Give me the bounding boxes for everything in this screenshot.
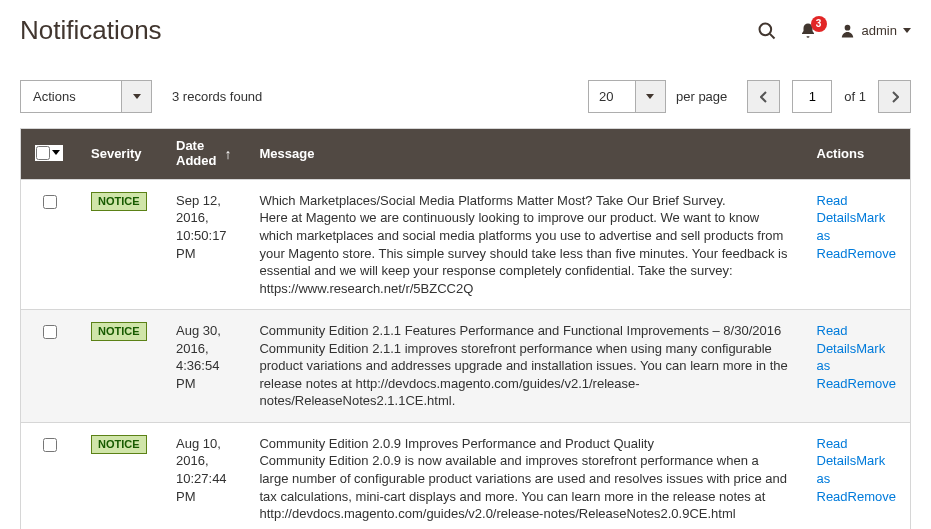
message-title: Community Edition 2.0.9 Improves Perform… [259,435,788,453]
chevron-down-icon [903,28,911,33]
mass-actions-dropdown-arrow [121,81,151,112]
row-actions-cell: Read DetailsMark as ReadRemove [803,179,911,309]
search-button[interactable] [757,21,777,41]
remove-link[interactable]: Remove [848,246,896,261]
caret-down-icon [133,94,141,99]
mass-actions-label: Actions [21,81,121,112]
column-header-select[interactable] [21,129,78,180]
row-select-checkbox[interactable] [43,438,57,452]
message-title: Community Edition 2.1.1 Features Perform… [259,322,788,340]
mass-actions-select[interactable]: Actions [20,80,152,113]
severity-cell: NOTICE [77,179,162,309]
row-select-checkbox[interactable] [43,325,57,339]
severity-cell: NOTICE [77,310,162,423]
search-icon [757,21,777,41]
pager: of 1 [747,80,911,113]
severity-badge: NOTICE [91,192,147,211]
date-added-cell: Sep 12, 2016, 10:50:17 PM [162,179,245,309]
per-page-label: per page [676,89,727,104]
table-row: NOTICEAug 10, 2016, 10:27:44 PMCommunity… [21,422,911,529]
notifications-button[interactable]: 3 [799,22,817,40]
remove-link[interactable]: Remove [848,489,896,504]
grid-toolbar: Actions 3 records found 20 per page of 1 [0,52,931,128]
column-header-message[interactable]: Message [245,129,802,180]
table-row: NOTICESep 12, 2016, 10:50:17 PMWhich Mar… [21,179,911,309]
severity-badge: NOTICE [91,322,147,341]
read-details-link[interactable]: Read Details [817,323,857,356]
row-actions-cell: Read DetailsMark as ReadRemove [803,422,911,529]
row-actions-cell: Read DetailsMark as ReadRemove [803,310,911,423]
chevron-left-icon [760,91,768,103]
svg-point-0 [759,23,771,35]
message-title: Which Marketplaces/Social Media Platform… [259,192,788,210]
severity-cell: NOTICE [77,422,162,529]
date-added-cell: Aug 10, 2016, 10:27:44 PM [162,422,245,529]
message-body: Here at Magento we are continuously look… [259,209,788,297]
table-row: NOTICEAug 30, 2016, 4:36:54 PMCommunity … [21,310,911,423]
table-header-row: Severity Date Added ↑ Message Actions [21,129,911,180]
current-page-input[interactable] [792,80,832,113]
message-cell: Community Edition 2.0.9 Improves Perform… [245,422,802,529]
select-all-checkbox[interactable] [36,146,50,160]
message-cell: Community Edition 2.1.1 Features Perform… [245,310,802,423]
chevron-right-icon [891,91,899,103]
records-found-label: 3 records found [172,89,262,104]
column-header-date-added[interactable]: Date Added ↑ [162,129,245,180]
user-menu[interactable]: admin [839,22,911,39]
page-size-select[interactable]: 20 [588,80,666,113]
page-title: Notifications [20,15,757,46]
read-details-link[interactable]: Read Details [817,193,857,226]
next-page-button[interactable] [878,80,911,113]
row-select-cell [21,422,78,529]
svg-point-2 [844,25,850,31]
read-details-link[interactable]: Read Details [817,436,857,469]
svg-line-1 [769,33,774,38]
page-total-label: of 1 [844,89,866,104]
column-header-actions: Actions [803,129,911,180]
notifications-table: Severity Date Added ↑ Message Actions NO… [20,128,911,529]
date-added-cell: Aug 30, 2016, 4:36:54 PM [162,310,245,423]
page-size-control: 20 per page [588,80,727,113]
row-select-cell [21,310,78,423]
column-header-severity[interactable]: Severity [77,129,162,180]
select-all-dropdown-icon [52,150,60,155]
page-header: Notifications 3 admin [0,0,931,52]
caret-down-icon [646,94,654,99]
sort-ascending-icon: ↑ [224,146,231,162]
message-body: Community Edition 2.1.1 improves storefr… [259,340,788,410]
user-icon [839,22,856,39]
severity-badge: NOTICE [91,435,147,454]
notification-count-badge: 3 [811,16,827,32]
prev-page-button[interactable] [747,80,780,113]
message-body: Community Edition 2.0.9 is now available… [259,452,788,522]
page-size-value: 20 [589,81,635,112]
row-select-cell [21,179,78,309]
remove-link[interactable]: Remove [848,376,896,391]
user-name-label: admin [862,23,897,38]
page-size-dropdown-arrow [635,81,665,112]
row-select-checkbox[interactable] [43,195,57,209]
header-actions: 3 admin [757,21,911,41]
message-cell: Which Marketplaces/Social Media Platform… [245,179,802,309]
